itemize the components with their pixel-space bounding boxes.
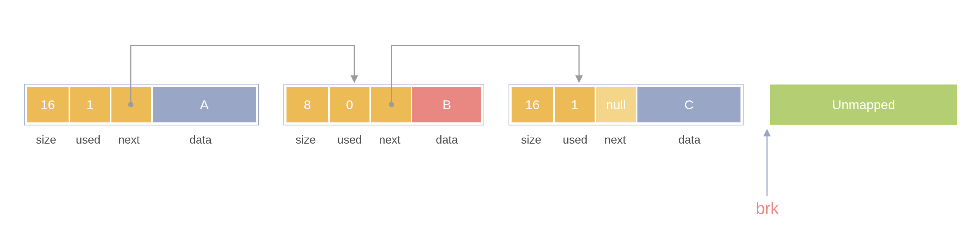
cell-size: 16 xyxy=(27,87,68,122)
arrow-head-a xyxy=(350,75,358,83)
arrow-head-b xyxy=(575,75,583,83)
label-size-c: size xyxy=(521,133,541,146)
memory-diagram: 16 1 A size used next data 8 0 B size us… xyxy=(0,0,980,241)
label-data-c: data xyxy=(678,133,700,146)
label-data-b: data xyxy=(436,133,458,146)
label-data-a: data xyxy=(189,133,212,146)
label-next-b: next xyxy=(379,133,401,146)
cell-used: 1 xyxy=(555,87,595,122)
block-a: 16 1 A xyxy=(24,84,259,125)
label-next-c: next xyxy=(605,133,626,146)
brk-label: brk xyxy=(756,199,779,218)
cell-unmapped: Unmapped xyxy=(770,84,957,125)
label-used-b: used xyxy=(337,133,362,146)
brk-arrow-head xyxy=(763,129,771,136)
block-c: 16 1 null C xyxy=(509,84,743,125)
label-used-c: used xyxy=(563,133,587,146)
block-unmapped: Unmapped xyxy=(770,84,957,125)
cell-next xyxy=(111,87,151,122)
cell-size: 8 xyxy=(286,87,328,122)
cell-used: 1 xyxy=(70,87,110,122)
cell-used: 0 xyxy=(330,87,369,122)
label-next-a: next xyxy=(118,133,140,146)
cell-next: null xyxy=(596,87,636,122)
label-used-a: used xyxy=(76,133,100,146)
cell-size: 16 xyxy=(512,87,553,122)
cell-data: A xyxy=(153,87,256,122)
label-size-a: size xyxy=(36,133,56,146)
label-size-b: size xyxy=(296,133,316,146)
cell-next xyxy=(371,87,411,122)
cell-data: C xyxy=(637,87,740,122)
block-b: 8 0 B xyxy=(283,84,484,125)
cell-data: B xyxy=(412,87,481,122)
